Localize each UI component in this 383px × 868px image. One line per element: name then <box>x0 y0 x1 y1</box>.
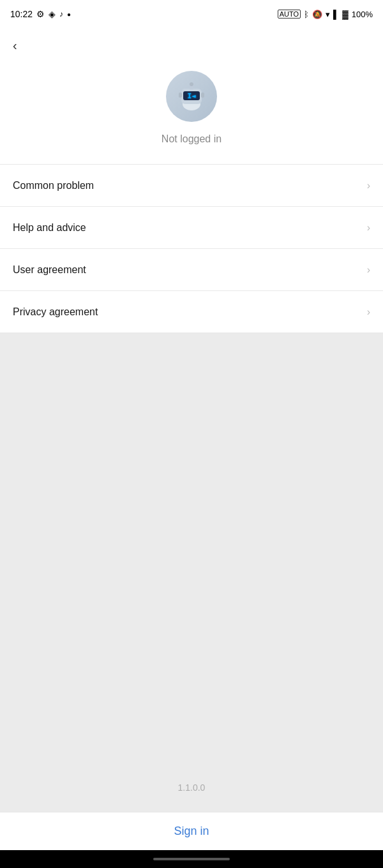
chevron-right-icon: › <box>367 306 370 318</box>
svg-rect-7 <box>201 93 204 98</box>
gray-area: 1.1.0.0 <box>0 333 383 812</box>
tiktok-icon: ♪ <box>59 10 63 19</box>
user-agreement-label: User agreement <box>13 264 86 276</box>
bluetooth-icon: ᛒ <box>304 10 309 19</box>
robot-avatar-icon: I◄ <box>172 77 211 116</box>
status-right: AUTO ᛒ 🔕 ▾ ▌ ▓ 100% <box>278 10 373 19</box>
bottom-indicator-bar <box>0 850 383 868</box>
menu-item-help-and-advice[interactable]: Help and advice › <box>0 207 383 249</box>
avatar-section: I◄ Not logge <box>0 58 383 164</box>
battery-icon: ▓ <box>342 10 348 19</box>
menu-item-user-agreement[interactable]: User agreement › <box>0 249 383 291</box>
status-left: 10:22 ⚙ ◈ ♪ ● <box>10 9 71 19</box>
settings-icon: ⚙ <box>36 9 45 19</box>
menu-item-privacy-agreement[interactable]: Privacy agreement › <box>0 291 383 333</box>
help-and-advice-label: Help and advice <box>13 222 86 234</box>
status-time: 10:22 <box>10 9 33 19</box>
dot-icon: ● <box>67 11 71 18</box>
chevron-right-icon: › <box>367 222 370 234</box>
status-bar: 10:22 ⚙ ◈ ♪ ● AUTO ᛒ 🔕 ▾ ▌ ▓ 100% <box>0 0 383 28</box>
svg-rect-6 <box>179 93 182 98</box>
privacy-agreement-label: Privacy agreement <box>13 306 98 318</box>
chevron-right-icon: › <box>367 180 370 191</box>
menu-item-common-problem[interactable]: Common problem › <box>0 165 383 207</box>
mute-icon: 🔕 <box>312 10 322 19</box>
sign-in-footer: Sign in <box>0 812 383 850</box>
user-status-label: Not logged in <box>161 133 222 145</box>
home-indicator <box>153 858 230 860</box>
chevron-right-icon: › <box>367 264 370 276</box>
main-content: ‹ I◄ <box>0 28 383 333</box>
signal-icon: ▌ <box>333 10 339 19</box>
back-button[interactable]: ‹ <box>0 28 383 58</box>
back-arrow-icon: ‹ <box>13 38 17 52</box>
auto-icon: AUTO <box>278 10 301 19</box>
sign-in-button[interactable]: Sign in <box>174 825 209 838</box>
avatar: I◄ <box>166 71 217 122</box>
svg-point-5 <box>190 82 193 86</box>
svg-text:I◄: I◄ <box>187 92 196 100</box>
wifi-icon: ▾ <box>326 10 330 19</box>
navigation-icon: ◈ <box>49 9 56 19</box>
common-problem-label: Common problem <box>13 180 94 191</box>
version-label: 1.1.0.0 <box>178 782 206 793</box>
battery-percent: 100% <box>352 10 373 19</box>
menu-list: Common problem › Help and advice › User … <box>0 164 383 333</box>
